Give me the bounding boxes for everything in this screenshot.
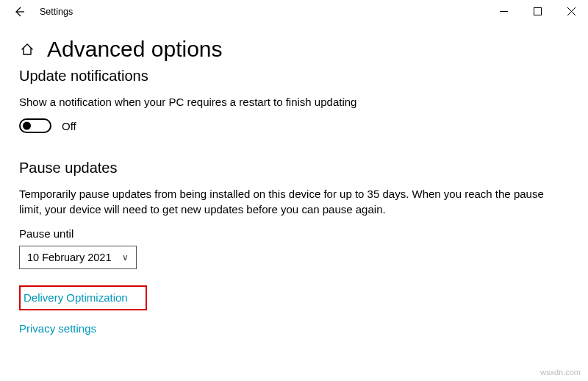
page-title: Advanced options <box>47 37 223 62</box>
maximize-button[interactable] <box>520 0 554 22</box>
minimize-button[interactable] <box>487 0 520 22</box>
notifications-toggle-row: Off <box>19 118 569 133</box>
pause-until-value: 10 February 2021 <box>27 252 111 263</box>
pause-heading: Pause updates <box>19 160 569 177</box>
watermark: wsxdn.com <box>540 368 581 377</box>
toggle-knob <box>23 122 31 130</box>
notifications-toggle-label: Off <box>62 120 76 132</box>
delivery-optimization-link[interactable]: Delivery Optimization <box>24 291 128 304</box>
pause-until-dropdown[interactable]: 10 February 2021 ∨ <box>19 246 137 269</box>
privacy-settings-link[interactable]: Privacy settings <box>19 322 96 335</box>
chevron-down-icon: ∨ <box>122 252 129 263</box>
close-button[interactable] <box>554 0 588 22</box>
maximize-icon <box>534 7 542 15</box>
home-button[interactable] <box>19 41 35 57</box>
notifications-description: Show a notification when your PC require… <box>19 95 563 110</box>
back-arrow-icon <box>13 6 25 18</box>
notifications-toggle[interactable] <box>19 118 51 133</box>
delivery-optimization-highlight: Delivery Optimization <box>19 285 147 310</box>
pause-until-label: Pause until <box>19 227 569 240</box>
window-controls <box>487 0 588 22</box>
notifications-heading: Update notifications <box>19 68 569 85</box>
pause-description: Temporarily pause updates from being ins… <box>19 187 563 217</box>
content-area: Advanced options Update notifications Sh… <box>0 37 588 335</box>
back-button[interactable] <box>4 1 34 22</box>
svg-rect-2 <box>534 7 541 15</box>
page-header: Advanced options <box>19 37 569 62</box>
close-icon <box>567 7 576 15</box>
home-icon <box>20 42 35 57</box>
window-title: Settings <box>40 7 73 17</box>
minimize-icon <box>500 7 508 15</box>
